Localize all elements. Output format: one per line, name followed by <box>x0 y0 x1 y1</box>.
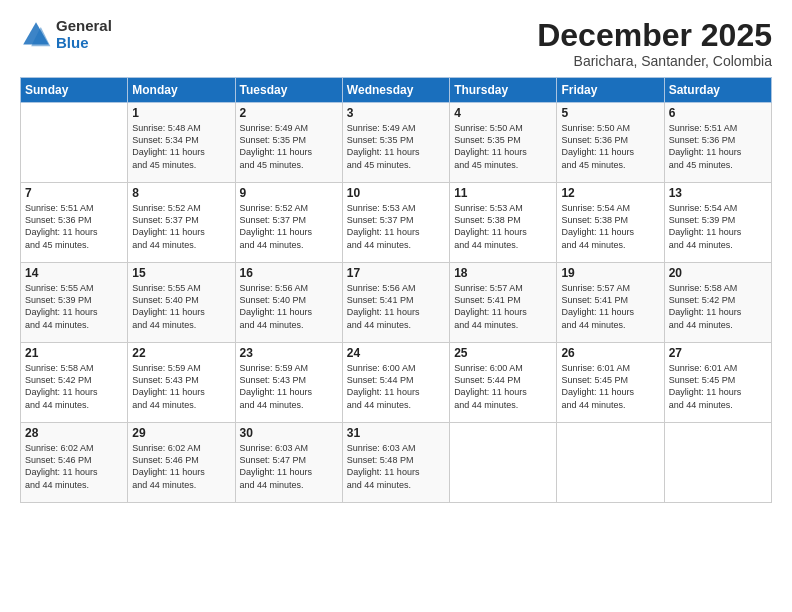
cell-daylight-info: Sunrise: 5:53 AM Sunset: 5:37 PM Dayligh… <box>347 202 445 251</box>
cell-daylight-info: Sunrise: 6:00 AM Sunset: 5:44 PM Dayligh… <box>454 362 552 411</box>
day-number: 26 <box>561 346 659 360</box>
calendar-week-row: 7Sunrise: 5:51 AM Sunset: 5:36 PM Daylig… <box>21 183 772 263</box>
calendar-week-row: 1Sunrise: 5:48 AM Sunset: 5:34 PM Daylig… <box>21 103 772 183</box>
calendar-cell: 27Sunrise: 6:01 AM Sunset: 5:45 PM Dayli… <box>664 343 771 423</box>
calendar-cell <box>21 103 128 183</box>
logo-blue-label: Blue <box>56 35 112 52</box>
cell-daylight-info: Sunrise: 5:59 AM Sunset: 5:43 PM Dayligh… <box>132 362 230 411</box>
calendar-cell: 5Sunrise: 5:50 AM Sunset: 5:36 PM Daylig… <box>557 103 664 183</box>
calendar-cell: 13Sunrise: 5:54 AM Sunset: 5:39 PM Dayli… <box>664 183 771 263</box>
day-of-week-header: Saturday <box>664 78 771 103</box>
cell-daylight-info: Sunrise: 5:49 AM Sunset: 5:35 PM Dayligh… <box>347 122 445 171</box>
cell-daylight-info: Sunrise: 5:56 AM Sunset: 5:41 PM Dayligh… <box>347 282 445 331</box>
cell-daylight-info: Sunrise: 5:51 AM Sunset: 5:36 PM Dayligh… <box>669 122 767 171</box>
cell-daylight-info: Sunrise: 5:55 AM Sunset: 5:39 PM Dayligh… <box>25 282 123 331</box>
calendar-cell: 31Sunrise: 6:03 AM Sunset: 5:48 PM Dayli… <box>342 423 449 503</box>
calendar-cell: 25Sunrise: 6:00 AM Sunset: 5:44 PM Dayli… <box>450 343 557 423</box>
cell-daylight-info: Sunrise: 5:54 AM Sunset: 5:38 PM Dayligh… <box>561 202 659 251</box>
calendar-cell: 14Sunrise: 5:55 AM Sunset: 5:39 PM Dayli… <box>21 263 128 343</box>
calendar-cell: 7Sunrise: 5:51 AM Sunset: 5:36 PM Daylig… <box>21 183 128 263</box>
cell-daylight-info: Sunrise: 5:58 AM Sunset: 5:42 PM Dayligh… <box>669 282 767 331</box>
cell-daylight-info: Sunrise: 5:55 AM Sunset: 5:40 PM Dayligh… <box>132 282 230 331</box>
month-title: December 2025 <box>537 18 772 53</box>
cell-daylight-info: Sunrise: 5:50 AM Sunset: 5:35 PM Dayligh… <box>454 122 552 171</box>
calendar-week-row: 21Sunrise: 5:58 AM Sunset: 5:42 PM Dayli… <box>21 343 772 423</box>
calendar-cell <box>557 423 664 503</box>
cell-daylight-info: Sunrise: 6:00 AM Sunset: 5:44 PM Dayligh… <box>347 362 445 411</box>
day-number: 28 <box>25 426 123 440</box>
day-number: 9 <box>240 186 338 200</box>
calendar-cell: 6Sunrise: 5:51 AM Sunset: 5:36 PM Daylig… <box>664 103 771 183</box>
calendar-cell: 20Sunrise: 5:58 AM Sunset: 5:42 PM Dayli… <box>664 263 771 343</box>
calendar-week-row: 14Sunrise: 5:55 AM Sunset: 5:39 PM Dayli… <box>21 263 772 343</box>
location-subtitle: Barichara, Santander, Colombia <box>537 53 772 69</box>
calendar-cell: 1Sunrise: 5:48 AM Sunset: 5:34 PM Daylig… <box>128 103 235 183</box>
day-number: 7 <box>25 186 123 200</box>
day-number: 14 <box>25 266 123 280</box>
day-number: 12 <box>561 186 659 200</box>
cell-daylight-info: Sunrise: 5:58 AM Sunset: 5:42 PM Dayligh… <box>25 362 123 411</box>
day-of-week-header: Tuesday <box>235 78 342 103</box>
day-number: 31 <box>347 426 445 440</box>
calendar-cell: 3Sunrise: 5:49 AM Sunset: 5:35 PM Daylig… <box>342 103 449 183</box>
calendar-cell: 29Sunrise: 6:02 AM Sunset: 5:46 PM Dayli… <box>128 423 235 503</box>
cell-daylight-info: Sunrise: 5:52 AM Sunset: 5:37 PM Dayligh… <box>240 202 338 251</box>
cell-daylight-info: Sunrise: 6:01 AM Sunset: 5:45 PM Dayligh… <box>669 362 767 411</box>
day-number: 10 <box>347 186 445 200</box>
day-number: 2 <box>240 106 338 120</box>
cell-daylight-info: Sunrise: 5:54 AM Sunset: 5:39 PM Dayligh… <box>669 202 767 251</box>
title-block: December 2025 Barichara, Santander, Colo… <box>537 18 772 69</box>
cell-daylight-info: Sunrise: 5:51 AM Sunset: 5:36 PM Dayligh… <box>25 202 123 251</box>
day-of-week-header: Friday <box>557 78 664 103</box>
day-number: 5 <box>561 106 659 120</box>
calendar-cell: 28Sunrise: 6:02 AM Sunset: 5:46 PM Dayli… <box>21 423 128 503</box>
page: General Blue December 2025 Barichara, Sa… <box>0 0 792 612</box>
calendar-header-row: SundayMondayTuesdayWednesdayThursdayFrid… <box>21 78 772 103</box>
calendar-cell: 16Sunrise: 5:56 AM Sunset: 5:40 PM Dayli… <box>235 263 342 343</box>
day-number: 30 <box>240 426 338 440</box>
day-number: 20 <box>669 266 767 280</box>
calendar-cell: 30Sunrise: 6:03 AM Sunset: 5:47 PM Dayli… <box>235 423 342 503</box>
calendar-cell <box>450 423 557 503</box>
day-number: 3 <box>347 106 445 120</box>
day-number: 27 <box>669 346 767 360</box>
logo-icon <box>20 19 52 51</box>
cell-daylight-info: Sunrise: 5:50 AM Sunset: 5:36 PM Dayligh… <box>561 122 659 171</box>
calendar-cell: 2Sunrise: 5:49 AM Sunset: 5:35 PM Daylig… <box>235 103 342 183</box>
cell-daylight-info: Sunrise: 6:02 AM Sunset: 5:46 PM Dayligh… <box>132 442 230 491</box>
calendar-cell: 23Sunrise: 5:59 AM Sunset: 5:43 PM Dayli… <box>235 343 342 423</box>
cell-daylight-info: Sunrise: 5:52 AM Sunset: 5:37 PM Dayligh… <box>132 202 230 251</box>
day-of-week-header: Sunday <box>21 78 128 103</box>
day-number: 6 <box>669 106 767 120</box>
cell-daylight-info: Sunrise: 5:57 AM Sunset: 5:41 PM Dayligh… <box>561 282 659 331</box>
day-number: 4 <box>454 106 552 120</box>
day-of-week-header: Monday <box>128 78 235 103</box>
logo-text: General Blue <box>56 18 112 51</box>
cell-daylight-info: Sunrise: 6:02 AM Sunset: 5:46 PM Dayligh… <box>25 442 123 491</box>
day-number: 8 <box>132 186 230 200</box>
calendar-cell: 4Sunrise: 5:50 AM Sunset: 5:35 PM Daylig… <box>450 103 557 183</box>
day-number: 22 <box>132 346 230 360</box>
calendar-cell: 9Sunrise: 5:52 AM Sunset: 5:37 PM Daylig… <box>235 183 342 263</box>
calendar-week-row: 28Sunrise: 6:02 AM Sunset: 5:46 PM Dayli… <box>21 423 772 503</box>
calendar-cell: 17Sunrise: 5:56 AM Sunset: 5:41 PM Dayli… <box>342 263 449 343</box>
day-number: 25 <box>454 346 552 360</box>
calendar-cell: 8Sunrise: 5:52 AM Sunset: 5:37 PM Daylig… <box>128 183 235 263</box>
logo-general-label: General <box>56 18 112 35</box>
calendar-cell: 15Sunrise: 5:55 AM Sunset: 5:40 PM Dayli… <box>128 263 235 343</box>
calendar-cell: 26Sunrise: 6:01 AM Sunset: 5:45 PM Dayli… <box>557 343 664 423</box>
day-number: 15 <box>132 266 230 280</box>
cell-daylight-info: Sunrise: 6:03 AM Sunset: 5:48 PM Dayligh… <box>347 442 445 491</box>
calendar-cell: 19Sunrise: 5:57 AM Sunset: 5:41 PM Dayli… <box>557 263 664 343</box>
cell-daylight-info: Sunrise: 6:03 AM Sunset: 5:47 PM Dayligh… <box>240 442 338 491</box>
day-number: 11 <box>454 186 552 200</box>
cell-daylight-info: Sunrise: 5:57 AM Sunset: 5:41 PM Dayligh… <box>454 282 552 331</box>
calendar-cell: 12Sunrise: 5:54 AM Sunset: 5:38 PM Dayli… <box>557 183 664 263</box>
cell-daylight-info: Sunrise: 5:56 AM Sunset: 5:40 PM Dayligh… <box>240 282 338 331</box>
calendar-cell: 22Sunrise: 5:59 AM Sunset: 5:43 PM Dayli… <box>128 343 235 423</box>
calendar-table: SundayMondayTuesdayWednesdayThursdayFrid… <box>20 77 772 503</box>
calendar-cell: 10Sunrise: 5:53 AM Sunset: 5:37 PM Dayli… <box>342 183 449 263</box>
day-number: 19 <box>561 266 659 280</box>
cell-daylight-info: Sunrise: 5:59 AM Sunset: 5:43 PM Dayligh… <box>240 362 338 411</box>
cell-daylight-info: Sunrise: 6:01 AM Sunset: 5:45 PM Dayligh… <box>561 362 659 411</box>
